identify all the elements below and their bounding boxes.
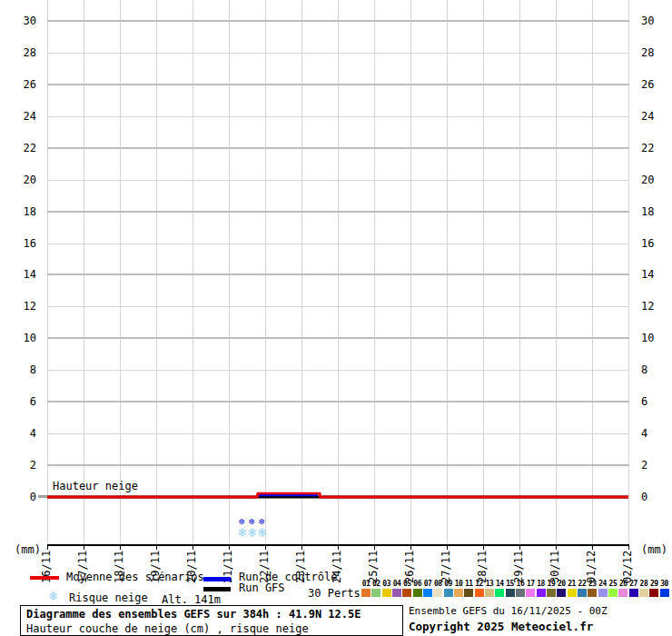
horizontal-gridline xyxy=(47,116,629,117)
perturbation-number: 30 xyxy=(659,580,670,588)
x-axis-tick xyxy=(483,546,484,550)
horizontal-gridline xyxy=(47,370,629,371)
perturbation-color-swatch xyxy=(526,589,535,597)
horizontal-gridline xyxy=(47,243,629,244)
perturbation-color-swatch xyxy=(454,589,463,597)
x-axis-tick xyxy=(265,546,266,550)
horizontal-gridline xyxy=(47,306,629,307)
perturbation-color-swatch xyxy=(608,589,618,597)
y-tick-label-left: 8 xyxy=(11,363,36,376)
horizontal-gridline xyxy=(47,337,629,339)
perturbation-color-swatch xyxy=(392,589,401,597)
vertical-gridline xyxy=(120,0,121,545)
x-axis-tick xyxy=(556,546,557,550)
x-axis-tick xyxy=(519,546,520,550)
y-tick-label-right: 14 xyxy=(641,268,654,281)
x-axis-tick xyxy=(301,546,302,550)
y-tick-label-right: 22 xyxy=(641,142,654,154)
horizontal-gridline xyxy=(47,401,629,402)
y-tick-label-left: 22 xyxy=(11,142,36,154)
x-date-label: 27/11 xyxy=(440,547,452,583)
y-tick-label-right: 4 xyxy=(641,427,647,440)
y-tick-label-right: 10 xyxy=(641,332,654,344)
copyright-label: Copyright 2025 Meteociel.fr xyxy=(409,620,593,633)
perturbation-color-swatch xyxy=(598,589,608,597)
perturbation-color-swatch xyxy=(413,589,422,597)
perturbation-color-swatch xyxy=(475,589,484,597)
perturbation-number: 22 xyxy=(577,580,588,588)
vertical-gridline xyxy=(410,0,411,545)
horizontal-gridline xyxy=(47,53,629,54)
x-axis-tick xyxy=(120,546,121,550)
vertical-gridline xyxy=(374,0,375,545)
unit-label-right: (mm) xyxy=(641,543,667,556)
perturbation-number: 26 xyxy=(618,580,628,588)
vertical-gridline xyxy=(338,0,339,545)
perturbation-number: 06 xyxy=(412,580,423,588)
perturbation-number: 13 xyxy=(484,580,495,588)
perturbation-color-swatch xyxy=(639,589,648,597)
perturbation-color-swatch xyxy=(464,589,473,597)
perturbation-color-swatch xyxy=(618,589,628,597)
perturbation-color-swatch xyxy=(382,589,391,597)
perturbation-color-swatch xyxy=(402,589,411,597)
y-tick-label-left: 2 xyxy=(11,459,36,472)
perturbation-number: 19 xyxy=(546,580,557,588)
y-tick-label-right: 8 xyxy=(641,363,647,376)
mean-line-label: Moyenne des scénarios xyxy=(66,571,204,583)
y-tick-label-left: 18 xyxy=(11,205,36,218)
y-tick-label-right: 0 xyxy=(641,491,647,503)
perturbation-color-swatch xyxy=(547,589,556,597)
snow-risk-flake-large: ❄ xyxy=(238,526,246,540)
x-axis-tick xyxy=(374,546,375,550)
chart-title: Diagramme des ensembles GEFS sur 384h : … xyxy=(26,608,361,621)
zero-outer-tick xyxy=(38,495,47,498)
y-tick-label-left: 10 xyxy=(11,332,36,344)
perturbation-number: 05 xyxy=(401,580,412,588)
perturbation-color-swatch xyxy=(660,589,669,597)
snowflake-icon: ❄ xyxy=(49,591,57,602)
x-date-label: 29/11 xyxy=(513,547,525,583)
x-date-label: 28/11 xyxy=(477,547,489,583)
x-axis-tick xyxy=(410,546,411,550)
perturbation-color-swatch xyxy=(506,589,515,597)
perturbation-color-swatch xyxy=(578,589,587,597)
vertical-gridline xyxy=(556,0,557,545)
y-tick-label-right: 12 xyxy=(641,300,654,313)
x-axis-tick xyxy=(338,546,339,550)
snow-risk-label: Risque neige xyxy=(69,592,148,604)
perturbation-number: 15 xyxy=(505,580,516,588)
horizontal-gridline xyxy=(47,433,629,434)
y-tick-label-right: 30 xyxy=(641,15,654,27)
perturbation-number: 24 xyxy=(598,580,608,588)
mean-line-swatch xyxy=(30,576,59,580)
y-tick-label-left: 26 xyxy=(11,78,36,91)
perturbation-color-swatch xyxy=(516,589,525,597)
perturbation-number: 01 xyxy=(361,580,371,588)
x-axis-tick xyxy=(628,546,629,550)
chart-subtitle: Hauteur couche de neige (cm) , risque ne… xyxy=(26,622,309,635)
perturbation-number: 27 xyxy=(628,580,639,588)
perturbation-color-swatch xyxy=(568,589,577,597)
vertical-gridline xyxy=(84,0,84,545)
x-axis-tick xyxy=(229,546,230,550)
y-tick-label-left: 24 xyxy=(11,110,36,123)
y-tick-label-right: 6 xyxy=(641,395,647,408)
vertical-gridline xyxy=(47,0,48,545)
y-tick-label-right: 16 xyxy=(641,237,654,250)
y-tick-label-left: 28 xyxy=(11,46,36,59)
y-tick-label-left: 0 xyxy=(11,491,36,503)
y-tick-label-left: 16 xyxy=(11,237,36,250)
gfs-run-swatch xyxy=(203,587,231,591)
snow-risk-flake-large: ❄ xyxy=(248,526,256,540)
perturbation-color-swatch xyxy=(495,589,504,597)
perturbation-color-swatch xyxy=(588,589,597,597)
y-tick-label-right: 24 xyxy=(641,110,654,123)
perturbation-number: 02 xyxy=(371,580,381,588)
perturbation-number: 20 xyxy=(556,580,567,588)
perturbation-number: 14 xyxy=(494,580,505,588)
perturbation-number: 17 xyxy=(525,580,536,588)
perturbation-number: 12 xyxy=(474,580,485,588)
y-tick-label-left: 12 xyxy=(11,300,36,313)
vertical-gridline xyxy=(229,0,230,545)
